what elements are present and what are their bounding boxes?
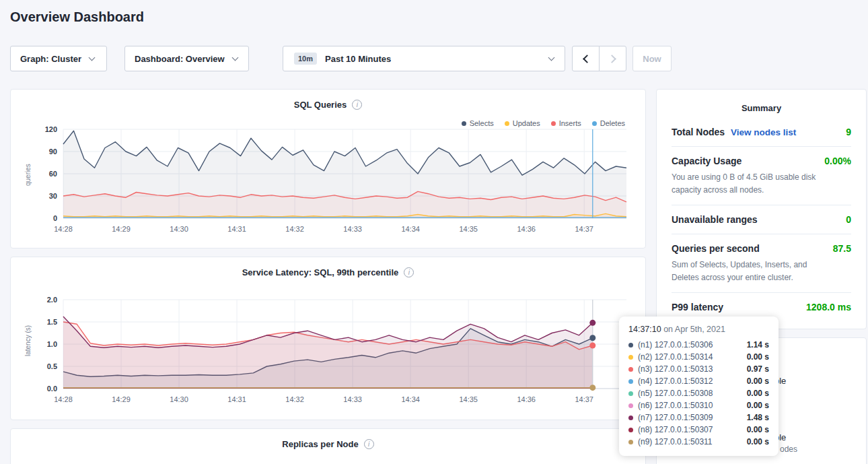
service-latency-card: Service Latency: SQL, 99th percentile i … xyxy=(10,257,646,420)
chart-legend: SelectsUpdatesInsertsDeletes xyxy=(462,119,625,127)
node-latency-value: 0.00 s xyxy=(747,376,769,386)
tooltip-node-row: (n7) 127.0.0.1:503091.48 s xyxy=(628,411,769,424)
sql-queries-chart[interactable]: 030609012014:2814:2914:3014:3114:3214:33… xyxy=(22,124,635,242)
legend-item[interactable]: Selects xyxy=(462,119,494,127)
svg-text:14:34: 14:34 xyxy=(401,395,420,403)
svg-text:0: 0 xyxy=(53,214,57,222)
summary-value: 9 xyxy=(846,127,851,137)
chart-title: SQL Queries xyxy=(294,100,347,110)
sql-queries-card: SQL Queries i SelectsUpdatesInsertsDelet… xyxy=(10,89,646,248)
chart-header: Replicas per Node i xyxy=(11,429,645,450)
chevron-down-icon xyxy=(89,54,96,61)
svg-text:14:37: 14:37 xyxy=(575,225,593,233)
time-next-button[interactable] xyxy=(599,46,626,71)
svg-text:14:36: 14:36 xyxy=(517,395,536,403)
node-address: (n5) 127.0.0.1:50308 xyxy=(638,389,713,398)
tooltip-node-row: (n6) 127.0.0.1:503100.00 s xyxy=(628,399,769,411)
legend-item[interactable]: Updates xyxy=(505,119,540,127)
svg-text:14:31: 14:31 xyxy=(227,225,246,233)
series-color-dot xyxy=(628,355,633,360)
tooltip-node-row: (n3) 127.0.0.1:503130.97 s xyxy=(628,363,769,375)
series-color-dot xyxy=(628,403,633,408)
chart-header: Service Latency: SQL, 99th percentile i xyxy=(11,257,645,278)
toolbar: Graph: Cluster Dashboard: Overview 10m P… xyxy=(0,46,868,71)
node-latency-value: 0.00 s xyxy=(747,401,769,410)
tooltip-node-row: (n5) 127.0.0.1:503080.00 s xyxy=(628,387,769,399)
node-latency-value: 0.00 s xyxy=(747,437,769,446)
svg-text:14:35: 14:35 xyxy=(459,225,478,233)
summary-row: Capacity Usage0.00%You are using 0 B of … xyxy=(672,146,851,205)
chart-title: Replicas per Node xyxy=(282,439,358,449)
chevron-down-icon xyxy=(548,54,555,61)
series-color-dot xyxy=(628,367,633,372)
tooltip-node-row: (n1) 127.0.0.1:503061.14 s xyxy=(628,339,769,351)
chart-title: Service Latency: SQL, 99th percentile xyxy=(242,267,399,277)
chevron-right-icon xyxy=(608,55,616,63)
legend-color-dot xyxy=(505,121,509,126)
svg-text:queries: queries xyxy=(24,164,32,186)
view-nodes-link[interactable]: View nodes list xyxy=(731,127,796,137)
svg-text:0.0: 0.0 xyxy=(47,385,57,393)
legend-item[interactable]: Inserts xyxy=(551,119,581,127)
dashboard-dropdown[interactable]: Dashboard: Overview xyxy=(124,46,249,71)
svg-text:14:31: 14:31 xyxy=(227,395,246,403)
info-icon[interactable]: i xyxy=(352,100,362,110)
svg-text:14:37: 14:37 xyxy=(575,395,593,403)
summary-label: Capacity Usage xyxy=(672,156,742,166)
series-color-dot xyxy=(628,379,633,384)
node-address: (n2) 127.0.0.1:50314 xyxy=(638,352,713,362)
dashboard-dropdown-label: Dashboard: Overview xyxy=(135,54,225,64)
page-title: Overview Dashboard xyxy=(10,9,144,25)
svg-text:30: 30 xyxy=(49,192,57,200)
service-latency-chart[interactable]: 0.00.51.01.52.014:2814:2914:3014:3114:32… xyxy=(22,294,635,413)
node-address: (n7) 127.0.0.1:50309 xyxy=(638,413,713,422)
summary-label: Unavailable ranges xyxy=(672,214,758,225)
legend-color-dot xyxy=(551,121,556,126)
svg-text:14:34: 14:34 xyxy=(401,225,420,233)
tooltip-node-row: (n9) 127.0.0.1:503110.00 s xyxy=(628,436,769,448)
node-address: (n1) 127.0.0.1:50306 xyxy=(638,340,713,350)
svg-text:1.0: 1.0 xyxy=(47,340,57,348)
series-color-dot xyxy=(628,428,633,432)
now-button[interactable]: Now xyxy=(632,46,672,71)
svg-text:latency (s): latency (s) xyxy=(24,325,32,356)
svg-text:14:32: 14:32 xyxy=(285,395,304,403)
chart-tooltip: 14:37:10 on Apr 5th, 2021 (n1) 127.0.0.1… xyxy=(619,317,779,456)
graph-dropdown[interactable]: Graph: Cluster xyxy=(10,46,107,71)
chevron-down-icon xyxy=(231,54,238,61)
info-icon[interactable]: i xyxy=(364,439,374,449)
svg-text:90: 90 xyxy=(49,147,57,156)
summary-panel: Summary Total NodesView nodes list9Capac… xyxy=(656,89,867,329)
summary-value: 87.5 xyxy=(833,243,851,254)
tooltip-time: 14:37:10 xyxy=(628,325,661,334)
legend-label: Selects xyxy=(470,119,494,127)
node-address: (n9) 127.0.0.1:50311 xyxy=(638,437,713,446)
legend-item[interactable]: Deletes xyxy=(592,119,625,127)
summary-title: Summary xyxy=(657,90,866,118)
series-color-dot xyxy=(628,440,633,444)
svg-text:2.0: 2.0 xyxy=(47,296,57,304)
summary-row: Unavailable ranges0 xyxy=(672,205,851,234)
time-range-dropdown[interactable]: 10m Past 10 Minutes xyxy=(283,46,565,71)
tooltip-node-row: (n4) 127.0.0.1:503120.00 s xyxy=(628,375,769,387)
tooltip-node-row: (n8) 127.0.0.1:503070.00 s xyxy=(628,424,769,436)
summary-description: Sum of Selects, Updates, Inserts, and De… xyxy=(672,259,851,284)
info-icon[interactable]: i xyxy=(404,267,414,277)
svg-text:14:29: 14:29 xyxy=(112,225,131,233)
node-address: (n8) 127.0.0.1:50307 xyxy=(638,425,713,434)
tooltip-date: on Apr 5th, 2021 xyxy=(663,325,725,334)
svg-text:14:28: 14:28 xyxy=(54,395,73,403)
graph-dropdown-label: Graph: Cluster xyxy=(20,54,81,64)
svg-text:14:28: 14:28 xyxy=(54,225,73,233)
event-item-fragment[interactable]: odes xyxy=(780,444,797,454)
time-range-label: Past 10 Minutes xyxy=(325,54,391,64)
svg-text:60: 60 xyxy=(49,170,57,178)
svg-text:14:32: 14:32 xyxy=(285,225,304,233)
tooltip-rows: (n1) 127.0.0.1:503061.14 s(n2) 127.0.0.1… xyxy=(628,339,769,448)
summary-label: Total Nodes xyxy=(672,127,725,137)
svg-text:14:33: 14:33 xyxy=(343,395,362,403)
time-prev-button[interactable] xyxy=(572,46,600,71)
svg-text:14:29: 14:29 xyxy=(112,395,131,403)
summary-label: P99 latency xyxy=(672,302,723,312)
summary-description: You are using 0 B of 4.5 GiB usable disk… xyxy=(672,171,851,196)
